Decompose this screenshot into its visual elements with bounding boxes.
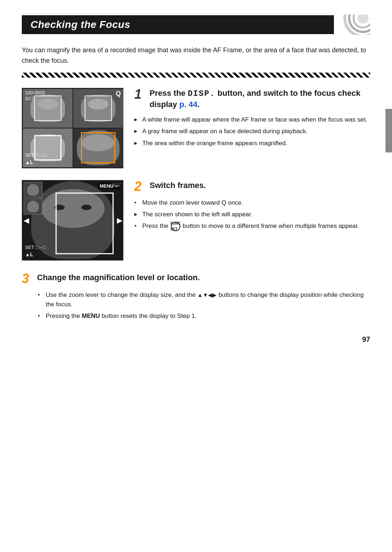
step1-screen: 100-0005 3/17 Q SET □→□ ▲L xyxy=(22,88,123,168)
mini-thumb-1 xyxy=(24,182,42,198)
step3-section: 3 Change the magnification level or loca… xyxy=(22,272,370,321)
step1-bullet-1: A white frame will appear where the AF f… xyxy=(134,115,370,124)
step1-bullet-3: The area within the orange frame appears… xyxy=(134,139,370,148)
step1-image: 100-0005 3/17 Q SET □→□ ▲L xyxy=(22,88,123,168)
step2-white-frame xyxy=(56,192,114,254)
screen2-counter-val: 3/17 xyxy=(112,182,121,188)
screen2-arrow-right: ▶ xyxy=(117,216,122,225)
corner-decoration xyxy=(334,15,370,35)
right-edge-bar xyxy=(385,109,392,152)
step2-image: 3/17 MENU ↩ SET □→□ ▲L ◀ ▶ xyxy=(22,180,123,261)
step1-section: 100-0005 3/17 Q SET □→□ ▲L 1 Press the D… xyxy=(22,88,370,168)
thumb-cell-4 xyxy=(73,128,123,167)
step2-bullet-1: Move the zoom lever toward Q once. xyxy=(134,198,370,208)
step1-link[interactable]: p. 44 xyxy=(179,100,197,109)
step3-bullets: Use the zoom lever to change the display… xyxy=(22,290,370,321)
step1-header: 1 Press the DISP. button, and switch to … xyxy=(134,88,370,110)
page-header: Checking the Focus xyxy=(22,15,370,35)
page-number: 97 xyxy=(362,335,370,344)
step2-mini-thumbs xyxy=(24,182,42,214)
step1-content: 1 Press the DISP. button, and switch to … xyxy=(134,88,370,150)
arrow-icons: ▲▼◀▶ xyxy=(197,292,217,298)
step2-section: 3/17 MENU ↩ SET □→□ ▲L ◀ ▶ 2 Switch fram… xyxy=(22,180,370,261)
intro-text: You can magnify the area of a recorded i… xyxy=(22,45,370,66)
step2-title: Switch frames. xyxy=(150,180,206,191)
step1-number: 1 xyxy=(134,88,144,101)
step1-title: Press the DISP. button, and switch to th… xyxy=(150,88,370,110)
screen2-arrow-left: ◀ xyxy=(24,216,29,225)
menu-bold-label: MENU xyxy=(82,312,100,319)
step3-title: Change the magnification level or locati… xyxy=(37,272,200,283)
step3-header: 3 Change the magnification level or loca… xyxy=(22,272,370,285)
step3-number: 3 xyxy=(22,272,32,285)
screen2-menu-label: MENU xyxy=(100,183,114,189)
mini-thumb-2 xyxy=(24,199,42,214)
step3-bullet-2: Pressing the MENU button resets the disp… xyxy=(38,311,370,321)
step1-bullet-2: A gray frame will appear on a face detec… xyxy=(134,127,370,136)
step1-title-prefix: Press the xyxy=(150,89,188,98)
step1-bullets: A white frame will appear where the AF f… xyxy=(134,115,370,148)
svg-point-4 xyxy=(358,15,368,24)
screen2-return-icon: ↩ xyxy=(115,183,119,189)
step2-screen: 3/17 MENU ↩ SET □→□ ▲L ◀ ▶ xyxy=(22,180,123,260)
page-container: Checking the Focus You can magnify the a… xyxy=(0,0,392,355)
thumb-cell-3 xyxy=(23,128,73,167)
step2-bullet-2: The screen shown to the left will appear… xyxy=(134,210,370,219)
screen2-size-label: ▲L xyxy=(25,252,33,257)
screen2-menu-badge: MENU ↩ xyxy=(98,183,121,189)
thumb-cell-2 xyxy=(73,89,123,128)
thumb-cell-1 xyxy=(23,89,73,128)
step2-content: 2 Switch frames. Move the zoom lever tow… xyxy=(134,180,370,233)
step2-header: 2 Switch frames. xyxy=(134,180,370,193)
screen2-counter: 3/17 xyxy=(112,182,121,188)
step2-bullet-3: Press the FUNCSET button to move to a di… xyxy=(134,221,370,231)
step1-disp: DISP. xyxy=(188,89,215,98)
thumb-grid xyxy=(22,88,123,168)
step2-bullets: Move the zoom lever toward Q once. The s… xyxy=(134,198,370,231)
stripe-divider xyxy=(22,73,370,78)
page-title: Checking the Focus xyxy=(22,15,334,34)
step1-link-suffix: . xyxy=(197,100,200,109)
step2-number: 2 xyxy=(134,180,144,193)
func-set-icon: FUNCSET xyxy=(171,222,180,231)
step3-bullet-1: Use the zoom lever to change the display… xyxy=(38,290,370,310)
